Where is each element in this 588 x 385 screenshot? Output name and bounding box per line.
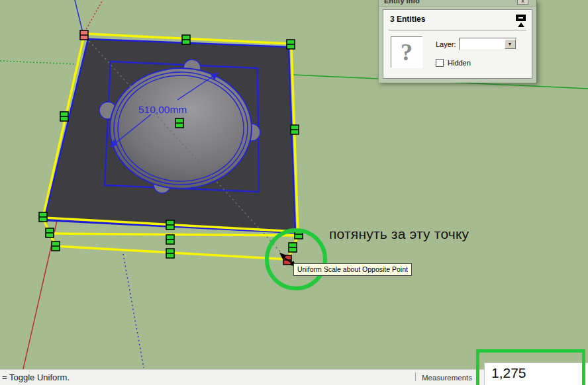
scale-handle[interactable] xyxy=(166,220,174,230)
scale-handle[interactable] xyxy=(46,228,54,237)
measurements-label: Measurements xyxy=(422,374,472,382)
close-icon[interactable]: x xyxy=(517,0,528,5)
layer-label: Layer: xyxy=(436,40,456,48)
instruction-annotation: потянуть за эту точку xyxy=(329,226,469,242)
entity-info-body: 3 Entities ? Layer: xyxy=(383,9,532,79)
scale-handle[interactable] xyxy=(166,249,174,258)
layer-value xyxy=(460,40,462,49)
entity-info-title: Entity Info xyxy=(384,0,420,5)
sketchup-window: 510,00mm xyxy=(0,0,588,385)
scale-handle[interactable] xyxy=(291,125,299,134)
scale-handle-opposite-point[interactable] xyxy=(80,30,88,40)
dimension-label: 510,00mm xyxy=(138,104,187,115)
entity-info-frame: 3 Entities ? Layer: xyxy=(379,7,536,83)
red-axis-dotted xyxy=(85,0,103,32)
green-axis-dotted xyxy=(0,61,77,64)
scale-tooltip: Uniform Scale about Opposite Point xyxy=(293,263,412,276)
dropdown-arrow-icon[interactable]: ▼ xyxy=(505,39,516,49)
scale-handle[interactable] xyxy=(52,241,60,251)
blue-axis-dotted xyxy=(123,254,144,368)
scale-handle[interactable] xyxy=(182,35,190,44)
entity-info-titlebar[interactable]: Entity Info x xyxy=(379,0,536,7)
measurements-field[interactable]: 1,275 xyxy=(484,363,588,385)
scale-handle[interactable] xyxy=(289,243,297,252)
scale-handle[interactable] xyxy=(166,235,174,244)
dome-surface[interactable] xyxy=(110,68,252,189)
scale-handle[interactable] xyxy=(60,112,68,121)
blue-axis xyxy=(75,0,83,32)
entity-info-panel: Entity Info x 3 Entities ? xyxy=(378,0,537,83)
layer-dropdown[interactable]: ▼ xyxy=(459,38,517,50)
scale-handle[interactable] xyxy=(39,212,47,222)
scale-handle[interactable] xyxy=(287,40,295,49)
measurement-value: 1,275 xyxy=(485,363,588,381)
status-separator xyxy=(415,372,416,381)
rollup-icon[interactable] xyxy=(516,15,526,27)
status-hint: = Toggle Uniform. xyxy=(2,372,70,382)
entities-count-label: 3 Entities xyxy=(390,15,425,24)
question-mark-icon: ? xyxy=(401,38,413,66)
hidden-checkbox[interactable] xyxy=(436,59,444,67)
scale-handle[interactable] xyxy=(175,118,183,128)
hidden-label: Hidden xyxy=(448,59,471,67)
entity-thumbnail: ? xyxy=(391,36,422,68)
3d-viewport[interactable]: 510,00mm xyxy=(0,0,588,369)
